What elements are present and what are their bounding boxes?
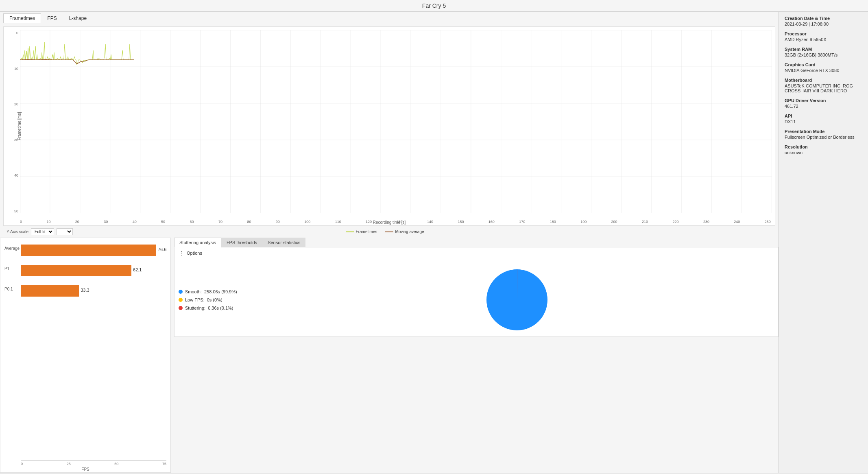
fps-value-average: 76.6 (158, 247, 166, 252)
moving-avg-legend-label: Moving average (395, 229, 424, 234)
y-axis-ticks: 50 40 30 20 10 0 (7, 31, 18, 213)
moving-average-line (20, 59, 134, 64)
fps-bar-average-container: 76.6 (21, 245, 166, 256)
lowfps-dot (179, 298, 183, 302)
motherboard-label: Motherboard (785, 78, 862, 83)
frametimes-legend-line (346, 232, 354, 232)
x-axis-label: Recording time [s] (373, 220, 406, 225)
frametimes-legend-label: Frametimes (356, 229, 377, 234)
analysis-body: Smooth: 258.06s (99.9%) Low FPS: 0s (0%)… (174, 259, 778, 341)
legend-lowfps: Low FPS: 0s (0%) (179, 297, 260, 302)
tab-fps[interactable]: FPS (41, 13, 63, 23)
motherboard-value: ASUSTeK COMPUTER INC. ROG CROSSHAIR VIII… (785, 83, 862, 93)
moving-avg-legend-line (385, 232, 393, 232)
gpu-driver-label: GPU Driver Version (785, 98, 862, 103)
chart-legend: Frametimes Moving average (346, 228, 424, 236)
y-axis-scale-container: Y-Axis scale Full fit Fixed (3, 227, 76, 237)
analysis-section: Stuttering analysis FPS thresholds Senso… (174, 238, 779, 473)
pie-chart-svg (480, 263, 554, 336)
analysis-tabs: Stuttering analysis FPS thresholds Senso… (174, 238, 779, 247)
fps-label-p01: P0.1 (4, 287, 13, 291)
fps-value-p1: 62.1 (133, 267, 142, 272)
legend-smooth: Smooth: 258.06s (99.9%) (179, 289, 260, 294)
analysis-content: ⋮ Options Smooth: 258.06s (99.9%) (174, 247, 779, 337)
y-axis-scale-label: Y-Axis scale (7, 229, 28, 234)
legend-stuttering: Stuttering: 0.36s (0.1%) (179, 306, 260, 310)
info-presentation-mode: Presentation Mode Fullscreen Optimized o… (785, 129, 862, 140)
graphics-card-label: Graphics Card (785, 62, 862, 67)
fps-bar-p01-container: 33.3 (21, 285, 166, 297)
smooth-dot (179, 290, 183, 294)
y-axis-scale-select[interactable]: Full fit Fixed (31, 228, 54, 235)
system-ram-label: System RAM (785, 47, 862, 52)
resolution-value: unknown (785, 150, 862, 155)
gpu-driver-value: 461.72 (785, 104, 862, 109)
processor-value: AMD Ryzen 9 5950X (785, 37, 862, 42)
analysis-options-row: ⋮ Options (174, 247, 778, 259)
info-gpu-driver: GPU Driver Version 461.72 (785, 98, 862, 109)
bottom-section: Average 76.6 P1 62.1 P0.1 (0, 238, 779, 473)
legend-frametimes: Frametimes (346, 229, 377, 234)
smooth-label: Smooth: (185, 289, 202, 294)
fps-bar-average (21, 245, 156, 256)
system-ram-value: 32GB (2x16GB) 3800MT/s (785, 52, 862, 57)
page-title: Far Cry 5 (0, 0, 868, 12)
fps-bar-p1-container: 62.1 (21, 265, 166, 276)
legend-moving-avg: Moving average (385, 229, 424, 234)
stuttering-dot (179, 306, 183, 310)
fps-bar-p01 (21, 285, 79, 297)
frametime-chart: Frametime [ms] 50 40 30 20 10 0 (3, 26, 775, 226)
frametime-svg (20, 30, 772, 213)
info-api: API DX11 (785, 114, 862, 124)
tab-fps-thresholds[interactable]: FPS thresholds (221, 238, 262, 247)
info-panel: Creation Date & Time 2021-03-29 | 17:08:… (779, 12, 868, 473)
chart-controls: Y-Axis scale Full fit Fixed Frametimes M… (0, 226, 779, 238)
chart-tabs: Frametimes FPS L-shape (0, 12, 779, 23)
fps-value-p01: 33.3 (81, 288, 89, 293)
resolution-label: Resolution (785, 144, 862, 149)
fps-bar-p1 (21, 265, 131, 276)
pie-legend: Smooth: 258.06s (99.9%) Low FPS: 0s (0%)… (179, 263, 260, 336)
options-label[interactable]: Options (187, 251, 202, 256)
tab-sensor-statistics[interactable]: Sensor statistics (262, 238, 305, 247)
y-axis-scale-select2[interactable] (57, 228, 73, 235)
info-graphics-card: Graphics Card NVIDIA GeForce RTX 3080 (785, 62, 862, 73)
info-resolution: Resolution unknown (785, 144, 862, 155)
pie-chart-container (260, 263, 774, 336)
graphics-card-value: NVIDIA GeForce RTX 3080 (785, 68, 862, 73)
tab-lshape[interactable]: L-shape (63, 13, 93, 23)
tab-frametimes[interactable]: Frametimes (3, 13, 41, 23)
lowfps-label: Low FPS: (185, 297, 205, 302)
fps-label-average: Average (4, 246, 20, 251)
tab-stuttering-analysis[interactable]: Stuttering analysis (174, 238, 221, 247)
game-title: Far Cry 5 (422, 2, 446, 9)
fps-x-axis-label: FPS (81, 467, 89, 472)
info-motherboard: Motherboard ASUSTeK COMPUTER INC. ROG CR… (785, 78, 862, 93)
info-processor: Processor AMD Ryzen 9 5950X (785, 31, 862, 42)
api-value: DX11 (785, 119, 862, 124)
info-creation-date: Creation Date & Time 2021-03-29 | 17:08:… (785, 16, 862, 26)
options-icon[interactable]: ⋮ (179, 250, 184, 256)
presentation-mode-value: Fullscreen Optimized or Borderless (785, 135, 862, 140)
fps-x-axis: 0 25 50 75 (21, 461, 166, 466)
creation-date-label: Creation Date & Time (785, 16, 862, 21)
smooth-value: 258.06s (99.9%) (204, 289, 237, 294)
creation-date-value: 2021-03-29 | 17:08:00 (785, 22, 862, 26)
stuttering-label: Stuttering: (185, 306, 205, 310)
fps-bar-chart: Average 76.6 P1 62.1 P0.1 (0, 238, 171, 473)
frametimes-line (20, 42, 134, 65)
presentation-mode-label: Presentation Mode (785, 129, 862, 134)
lowfps-value: 0s (0%) (207, 297, 222, 302)
stuttering-value: 0.36s (0.1%) (208, 306, 233, 310)
fps-label-p1: P1 (4, 266, 9, 271)
processor-label: Processor (785, 31, 862, 36)
api-label: API (785, 114, 862, 118)
info-system-ram: System RAM 32GB (2x16GB) 3800MT/s (785, 47, 862, 57)
